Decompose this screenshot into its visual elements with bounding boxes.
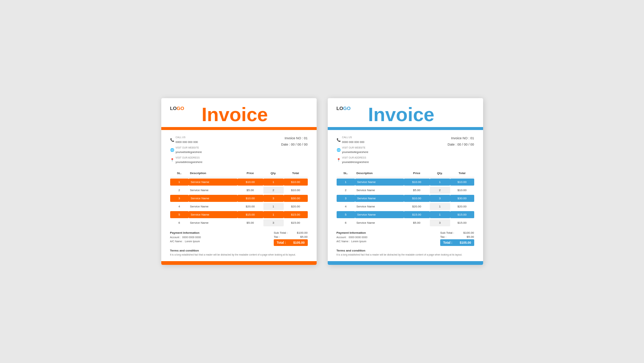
total-cell-highlight: $10.00 [450, 179, 474, 186]
invoice-header: LOGOInvoice [328, 98, 483, 124]
web-value: yourwebsitegoeshere [176, 150, 202, 154]
terms-text: It is a long established fact that a rea… [337, 253, 474, 257]
info-section: 📞 CALL US 0000 000 000 000 🌐 VISIT OUR W… [161, 130, 317, 169]
desc-cell-highlight: Service Name [355, 179, 404, 186]
sl-cell: 4 [337, 203, 355, 210]
table-row: 4Service Name$20.001$20.00 [337, 203, 474, 210]
subtotal-row: Sub Total : $100.00 [440, 231, 474, 234]
invoice-footer: Payment Information Account : 0000 0000 … [161, 227, 317, 246]
total-cell: $20.00 [284, 203, 308, 210]
info-section: 📞 CALL US 0000 000 000 000 🌐 VISIT OUR W… [328, 130, 483, 169]
total-cell: $15.00 [284, 219, 308, 226]
invoice-title: Invoice [351, 105, 452, 124]
subtotal-value: $100.00 [297, 231, 308, 234]
addr-value: youraddressgoeshere [342, 160, 369, 164]
qty-cell-highlight: 3 [263, 195, 284, 202]
table-header: SL.DescriptionPriceQty.Total [170, 169, 308, 177]
logo: LOGO [170, 105, 184, 111]
contact-phone: 📞 CALL US 0000 000 000 000 [337, 135, 369, 144]
logo-text: LOGO [170, 106, 184, 111]
call-label: CALL US [342, 135, 364, 140]
total-cell: $10.00 [450, 187, 474, 194]
price-cell-highlight: $10.00 [404, 179, 430, 186]
contact-phone: 📞 CALL US 0000 000 000 000 [170, 135, 203, 144]
price-cell: $20.00 [404, 203, 430, 210]
subtotal-value: $100.00 [463, 231, 474, 234]
invoice-meta: Invoice NO : 01 Date : 00 / 00 / 00 [281, 135, 308, 166]
payment-title: Payment Information [170, 231, 201, 234]
grand-total-label: Total : [443, 241, 452, 244]
tax-label: Tax : [274, 235, 280, 239]
sl-cell: 6 [337, 219, 355, 226]
qty-cell-highlight: 1 [430, 179, 450, 186]
sl-cell-highlight: 1 [170, 179, 189, 186]
table-row: 2Service Name$5.002$10.00 [170, 187, 308, 194]
addr-icon: 📍 [170, 157, 174, 163]
tax-value: $5.00 [466, 235, 474, 239]
table-col-header-4: Total [450, 171, 474, 175]
total-cell: $20.00 [450, 203, 474, 210]
table-col-header-1: Description [355, 171, 404, 175]
table-col-header-3: Qty. [263, 171, 284, 175]
sl-cell: 2 [170, 187, 189, 194]
qty-cell: 3 [263, 219, 284, 226]
table-col-header-1: Description [189, 171, 237, 175]
desc-cell: Service Name [355, 219, 404, 226]
table-row: 1Service Name$10.001$10.00 [337, 179, 474, 186]
sl-cell: 6 [170, 219, 189, 226]
qty-cell-highlight: 1 [263, 211, 284, 218]
totals-section: Sub Total : $100.00 Tax : $5.00 Total : … [274, 231, 308, 246]
web-label: VISIT OUR WEBSITE [176, 146, 202, 150]
contact-info: 📞 CALL US 0000 000 000 000 🌐 VISIT OUR W… [337, 135, 369, 166]
invoice-table: SL.DescriptionPriceQty.Total1Service Nam… [161, 169, 317, 226]
qty-cell-highlight: 1 [430, 211, 450, 218]
invoice-footer: Payment Information Account : 0000 0000 … [328, 227, 483, 246]
phone-icon: 📞 [170, 137, 174, 143]
contact-addr: 📍 VISIT OUR ADDRESS youraddressgoeshere [170, 156, 203, 165]
total-cell-highlight: $10.00 [284, 179, 308, 186]
sl-cell-highlight: 3 [337, 195, 355, 202]
tax-row: Tax : $5.00 [440, 235, 474, 239]
table-row: 4Service Name$20.001$20.00 [170, 203, 308, 210]
addr-label: VISIT OUR ADDRESS [342, 156, 369, 160]
table-row: 1Service Name$10.001$10.00 [170, 179, 308, 186]
bottom-bar [328, 261, 483, 265]
subtotal-label: Sub Total : [440, 231, 454, 234]
table-row: 3Service Name$10.003$30.00 [170, 195, 308, 202]
sl-cell-highlight: 1 [337, 179, 355, 186]
total-cell-highlight: $30.00 [450, 195, 474, 202]
table-header: SL.DescriptionPriceQty.Total [337, 169, 474, 177]
web-label: VISIT OUR WEBSITE [342, 146, 368, 150]
total-cell-highlight: $15.00 [450, 211, 474, 218]
sl-cell: 4 [170, 203, 189, 210]
invoice-number: Invoice NO : 01 [448, 135, 474, 141]
sl-cell: 2 [337, 187, 355, 194]
web-icon: 🌐 [337, 147, 341, 153]
grand-total-value: $105.00 [460, 241, 471, 244]
invoice-meta: Invoice NO : 01 Date : 00 / 00 / 00 [448, 135, 474, 166]
account-number: Account : 0000 0000 0000 [170, 235, 201, 239]
totals-section: Sub Total : $100.00 Tax : $5.00 Total : … [440, 231, 474, 246]
sl-cell-highlight: 5 [170, 211, 189, 218]
grand-total-row: Total : $105.00 [274, 239, 308, 246]
tax-label: Tax : [440, 235, 446, 239]
desc-cell: Service Name [189, 187, 237, 194]
accent-bar [161, 127, 317, 130]
table-col-header-2: Price [404, 171, 430, 175]
desc-cell-highlight: Service Name [189, 195, 237, 202]
total-cell-highlight: $30.00 [284, 195, 308, 202]
table-col-header-4: Total [284, 171, 308, 175]
subtotal-label: Sub Total : [274, 231, 288, 234]
qty-cell: 1 [263, 203, 284, 210]
desc-cell: Service Name [189, 203, 237, 210]
contact-addr: 📍 VISIT OUR ADDRESS youraddressgoeshere [337, 156, 369, 165]
desc-cell: Service Name [355, 187, 404, 194]
account-name: A/C Name : Lorem Ipsum [337, 239, 368, 243]
qty-cell: 2 [430, 187, 450, 194]
account-name: A/C Name : Lorem Ipsum [170, 239, 201, 243]
desc-cell-highlight: Service Name [355, 211, 404, 218]
payment-info: Payment Information Account : 0000 0000 … [337, 231, 368, 243]
call-label: CALL US [176, 135, 198, 140]
qty-cell-highlight: 1 [263, 179, 284, 186]
price-cell: $20.00 [237, 203, 263, 210]
